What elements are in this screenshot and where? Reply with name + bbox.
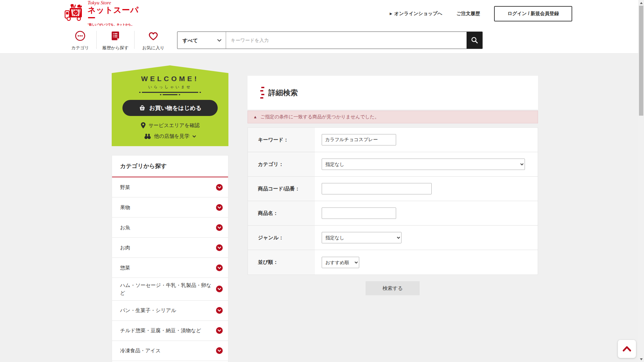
page-title: 詳細検索 [268, 88, 298, 98]
form-row-sort: 並び順： おすすめ順 [248, 250, 538, 275]
site-logo[interactable]: Tokyu Store ネットスーパー “欲しい”がいつでも、ネットから。 [64, 3, 141, 23]
search-bar: すべて [177, 32, 483, 49]
category-label: お魚 [120, 224, 133, 231]
nav-item-favorites[interactable]: お気に入り [135, 29, 172, 50]
map-pin-icon [141, 122, 146, 129]
sort-select[interactable]: おすすめ順 [322, 257, 359, 268]
logo-service-text: ネットスーパー [88, 6, 141, 22]
category-row-fruits[interactable]: 果物 [112, 197, 228, 218]
chevron-down-circle-icon[interactable] [216, 224, 223, 231]
category-select[interactable]: 指定なし [322, 159, 525, 170]
chevron-down-circle-icon[interactable] [216, 347, 223, 354]
nav-item-history[interactable]: 履歴から探す [97, 29, 134, 50]
nav-item-category[interactable]: カテゴリ [64, 29, 96, 50]
quick-nav: カテゴリ 履歴から探す お気に入り [64, 29, 172, 50]
logo-brand-text: Tokyu Store [88, 0, 141, 5]
product-code-label: 商品コード/品番： [248, 177, 315, 201]
chevron-down-circle-icon[interactable] [216, 327, 223, 334]
basket-icon [139, 104, 146, 112]
search-button[interactable] [467, 32, 482, 49]
chevron-down-icon [192, 135, 196, 138]
keyword-label: キーワード： [248, 128, 315, 152]
category-label: 冷凍食品・アイス [120, 347, 164, 354]
login-register-button[interactable]: ログイン / 新規会員登録 [494, 6, 572, 21]
search-input[interactable] [226, 32, 467, 49]
category-label: パン・生菓子・シリアル [120, 306, 179, 314]
detail-search-form: キーワード： カテゴリ： 指定なし 商品コード/品番： 商品名： ジャンル： 指… [248, 127, 538, 275]
scrollbar-thumb[interactable] [639, 6, 643, 116]
heart-icon [147, 30, 159, 43]
scroll-to-top-button[interactable] [618, 340, 636, 358]
start-shopping-label: お買い物をはじめる [149, 104, 202, 112]
service-area-label: サービスエリアを確認 [149, 122, 200, 129]
category-panel-title: カテゴリから探す [120, 162, 167, 170]
category-label: ハム・ソーセージ・牛乳・乳製品・卵など [120, 281, 216, 297]
chevron-down-circle-icon[interactable] [216, 204, 223, 211]
genre-select[interactable]: 指定なし [322, 232, 401, 243]
chevron-up-icon [622, 345, 632, 353]
category-row-meat[interactable]: お肉 [112, 238, 228, 258]
chevron-down-circle-icon[interactable] [216, 307, 223, 314]
form-row-genre: ジャンル： 指定なし [248, 226, 538, 250]
chevron-down-circle-icon[interactable] [216, 264, 223, 271]
category-row-frozen-icecream[interactable]: 冷凍食品・アイス [112, 341, 228, 361]
alert-message: ご指定の条件に一致する商品が見つかりませんでした。 [260, 114, 379, 120]
chevron-down-circle-icon[interactable] [216, 184, 223, 191]
magnifier-icon [471, 36, 479, 44]
category-label: カテゴリ： [248, 152, 315, 176]
category-panel-header: カテゴリから探す [112, 156, 228, 177]
category-row-deli[interactable]: 惣菜 [112, 258, 228, 278]
nav-label: カテゴリ [71, 45, 89, 51]
form-row-category: カテゴリ： 指定なし [248, 152, 538, 177]
category-row-bread-cereal[interactable]: パン・生菓子・シリアル [112, 301, 228, 321]
category-row-vegetables[interactable]: 野菜 [112, 177, 228, 197]
decorative-divider [112, 92, 228, 93]
other-stores-link[interactable]: 他の店舗を見学 [112, 133, 228, 139]
no-results-alert: ▲ ご指定の条件に一致する商品が見つかりませんでした。 [248, 111, 538, 123]
search-scope-select[interactable]: すべて [177, 38, 226, 43]
category-row-fish[interactable]: お魚 [112, 218, 228, 238]
order-history-label: ご注文履歴 [457, 11, 480, 17]
category-row-ham-dairy-eggs[interactable]: ハム・ソーセージ・牛乳・乳製品・卵など [112, 278, 228, 301]
chevron-down-circle-icon[interactable] [216, 286, 223, 292]
history-list-icon [110, 30, 121, 43]
welcome-panel: WELCOME! いらっしゃいませ お買い物をはじめる サービスエリアを確認 他… [112, 65, 228, 146]
chevron-down-circle-icon[interactable] [216, 244, 223, 251]
product-name-label: 商品名： [248, 201, 315, 225]
online-shop-link[interactable]: ▶ オンラインショップへ [390, 11, 442, 17]
form-row-keyword: キーワード： [248, 128, 538, 152]
category-label: お肉 [120, 244, 133, 251]
category-panel: カテゴリから探す 野菜 果物 お魚 お肉 惣菜 ハム・ソーセージ・牛乳・乳製品・… [112, 155, 228, 362]
sort-label: 並び順： [248, 250, 315, 275]
category-label: 惣菜 [120, 264, 133, 272]
scrollbar-down-arrow[interactable] [638, 356, 644, 362]
category-row-chilled-tofu[interactable]: チルド惣菜・豆腐・納豆・漬物など [112, 321, 228, 341]
start-shopping-button[interactable]: お買い物をはじめる [122, 100, 218, 116]
binoculars-icon [144, 133, 151, 139]
decorative-divider [112, 94, 228, 95]
form-row-product-code: 商品コード/品番： [248, 177, 538, 201]
welcome-subtitle: いらっしゃいませ [112, 84, 228, 89]
form-row-product-name: 商品名： [248, 201, 538, 226]
product-name-input[interactable] [322, 207, 396, 219]
scrollbar-up-arrow[interactable] [638, 0, 644, 6]
search-submit-button[interactable]: 検索する [366, 281, 420, 295]
truck-basket-logo-icon [64, 3, 86, 23]
red-dashes-icon [260, 87, 264, 99]
other-stores-label: 他の店舗を見学 [154, 133, 190, 139]
online-shop-label: オンラインショップへ [394, 11, 442, 17]
order-history-link[interactable]: ご注文履歴 [457, 11, 480, 17]
welcome-title: WELCOME! [112, 75, 228, 83]
site-header: Tokyu Store ネットスーパー “欲しい”がいつでも、ネットから。 ▶ … [0, 0, 638, 54]
product-code-input[interactable] [322, 183, 432, 194]
genre-label: ジャンル： [248, 226, 315, 250]
nav-label: お気に入り [142, 45, 164, 51]
category-label: 果物 [120, 203, 133, 211]
detail-search-card: 詳細検索 [248, 76, 538, 110]
ellipsis-circle-icon [74, 30, 86, 43]
service-area-link[interactable]: サービスエリアを確認 [112, 122, 228, 129]
right-triangle-icon: ▶ [390, 12, 392, 15]
page-scrollbar[interactable] [638, 0, 644, 362]
nav-label: 履歴から探す [102, 45, 129, 51]
keyword-input[interactable] [322, 134, 396, 145]
